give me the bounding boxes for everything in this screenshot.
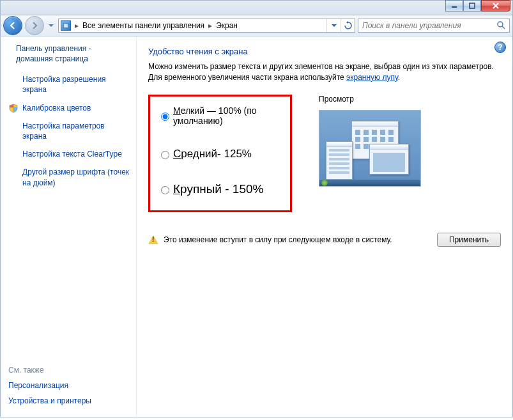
control-panel-icon: [61, 20, 71, 31]
page-description: Можно изменить размер текста и других эл…: [148, 61, 501, 83]
minimize-button[interactable]: [445, 0, 463, 12]
nav-history-dropdown[interactable]: [47, 19, 56, 32]
sidebar-task-color-calibration[interactable]: Калибровка цветов: [8, 103, 130, 113]
address-bar[interactable]: ▸ Все элементы панели управления ▸ Экран: [58, 19, 355, 33]
radio-large-input[interactable]: [161, 186, 169, 194]
radio-small-100[interactable]: Мелкий — 100% (по умолчанию): [158, 105, 284, 126]
svg-line-5: [502, 26, 505, 29]
sidebar-task-custom-dpi[interactable]: Другой размер шрифта (точек на дюйм): [8, 167, 130, 187]
search-icon: [496, 20, 507, 31]
warning-icon: [148, 235, 158, 244]
address-dropdown[interactable]: [326, 19, 341, 33]
radio-medium-input[interactable]: [161, 151, 169, 159]
sidebar-task-display-params[interactable]: Настройка параметров экрана: [8, 121, 130, 141]
refresh-button[interactable]: [341, 19, 355, 33]
back-button[interactable]: [3, 16, 22, 35]
close-button[interactable]: [481, 0, 510, 12]
help-button[interactable]: ?: [494, 42, 506, 53]
sidebar: Панель управления - домашняя страница На…: [1, 36, 137, 417]
svg-rect-1: [470, 3, 475, 8]
magnifier-link[interactable]: экранную лупу: [346, 73, 398, 82]
window-controls: [445, 1, 510, 12]
page-title: Удобство чтения с экрана: [148, 47, 501, 56]
main-pane: ? Удобство чтения с экрана Можно изменит…: [137, 36, 512, 417]
breadcrumb-root[interactable]: Все элементы панели управления: [80, 21, 207, 30]
see-also-personalization[interactable]: Персонализация: [8, 381, 130, 390]
apply-button[interactable]: Применить: [437, 233, 501, 247]
shield-icon: [8, 103, 19, 113]
see-also-devices-printers[interactable]: Устройства и принтеры: [8, 396, 130, 405]
maximize-button[interactable]: [463, 0, 481, 12]
control-panel-home-label: Панель управления - домашняя страница: [16, 44, 130, 64]
search-box[interactable]: [358, 19, 510, 33]
radio-small-input[interactable]: [161, 113, 169, 121]
radio-large-150[interactable]: Крупный - 150%: [158, 182, 284, 196]
forward-button[interactable]: [25, 16, 44, 35]
svg-rect-3: [64, 24, 68, 27]
sidebar-task-cleartype[interactable]: Настройка текста ClearType: [8, 149, 130, 159]
preview-label: Просмотр: [319, 95, 421, 104]
svg-point-4: [498, 22, 503, 27]
sidebar-task-resolution[interactable]: Настройка разрешения экрана: [8, 74, 130, 95]
content: Панель управления - домашняя страница На…: [0, 36, 513, 417]
control-panel-home-link[interactable]: Панель управления - домашняя страница: [8, 44, 130, 64]
preview-image: [319, 110, 421, 187]
see-also-header: См. также: [8, 366, 130, 375]
text-size-options-box: Мелкий — 100% (по умолчанию) Средний- 12…: [148, 95, 292, 212]
notice-text: Это изменение вступит в силу при следующ…: [164, 235, 392, 244]
chevron-right-icon: ▸: [73, 21, 80, 30]
chevron-right-icon: ▸: [207, 21, 213, 30]
search-input[interactable]: [361, 20, 507, 31]
navbar: ▸ Все элементы панели управления ▸ Экран: [0, 15, 513, 36]
breadcrumb-current[interactable]: Экран: [213, 21, 240, 30]
titlebar: [0, 0, 513, 15]
radio-medium-125[interactable]: Средний- 125%: [158, 148, 284, 160]
